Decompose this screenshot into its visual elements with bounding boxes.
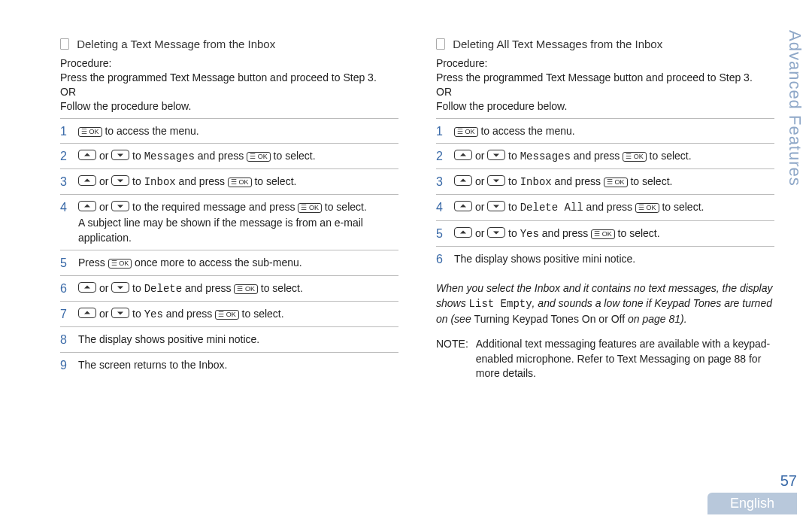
doc-icon — [60, 38, 69, 50]
up-arrow-icon — [454, 201, 472, 211]
ok-key-icon: ☰ OK — [108, 259, 132, 269]
down-arrow-icon — [111, 282, 129, 293]
left-step-1: ☰ OK to access the menu. — [60, 118, 398, 143]
right-column: Deleting All Text Messages from the Inbo… — [436, 38, 774, 381]
ok-key-icon: ☰ OK — [247, 152, 271, 162]
left-heading: Deleting a Text Message from the Inbox — [77, 38, 275, 50]
ok-key-icon: ☰ OK — [78, 127, 102, 137]
up-arrow-icon — [454, 150, 472, 160]
note-body: Additional text messaging features are a… — [476, 337, 774, 381]
ok-key-icon: ☰ OK — [635, 203, 659, 213]
up-arrow-icon — [78, 175, 96, 186]
side-tab: Advanced Features — [785, 30, 804, 187]
up-arrow-icon — [78, 308, 96, 318]
down-arrow-icon — [111, 308, 129, 318]
right-note-italic: When you select the Inbox and it contain… — [436, 281, 774, 326]
footer: 57 English — [707, 472, 797, 514]
right-note: NOTE: Additional text messaging features… — [436, 337, 774, 381]
right-heading-row: Deleting All Text Messages from the Inbo… — [436, 38, 774, 50]
left-heading-row: Deleting a Text Message from the Inbox — [60, 38, 398, 50]
ok-key-icon: ☰ OK — [623, 152, 647, 162]
ok-key-icon: ☰ OK — [228, 178, 252, 187]
right-step-2: or to Messages and press ☰ OK to select. — [436, 143, 774, 168]
left-step-3: or to Inbox and press ☰ OK to select. — [60, 168, 398, 194]
right-step-1: ☰ OK to access the menu. — [436, 118, 774, 143]
ok-key-icon: ☰ OK — [591, 229, 615, 239]
left-step-6: or to Delete and press ☰ OK to select. — [60, 275, 398, 301]
ok-key-icon: ☰ OK — [298, 203, 322, 213]
left-column: Deleting a Text Message from the Inbox P… — [60, 38, 398, 381]
note-label: NOTE: — [436, 337, 476, 381]
down-arrow-icon — [487, 175, 505, 186]
right-step-5: or to Yes and press ☰ OK to select. — [436, 220, 774, 246]
left-step-4-sub: A subject line may be shown if the messa… — [78, 215, 398, 246]
page-number: 57 — [707, 472, 797, 490]
left-step-9: The screen returns to the Inbox. — [60, 352, 398, 377]
right-step-4: or to Delete All and press ☰ OK to selec… — [436, 194, 774, 220]
right-heading: Deleting All Text Messages from the Inbo… — [453, 38, 662, 50]
down-arrow-icon — [111, 201, 129, 211]
up-arrow-icon — [78, 282, 96, 293]
language-tab: English — [707, 493, 797, 514]
down-arrow-icon — [111, 175, 129, 186]
right-step-3: or to Inbox and press ☰ OK to select. — [436, 168, 774, 194]
down-arrow-icon — [487, 227, 505, 238]
left-step-5: Press ☰ OK once more to access the sub-m… — [60, 250, 398, 275]
up-arrow-icon — [78, 201, 96, 211]
right-intro: Procedure: Press the programmed Text Mes… — [436, 56, 774, 114]
ok-key-icon: ☰ OK — [234, 284, 258, 294]
ok-key-icon: ☰ OK — [215, 310, 239, 320]
left-step-4: or to the required message and press ☰ O… — [60, 194, 398, 250]
doc-icon — [436, 38, 445, 50]
left-step-8: The display shows positive mini notice. — [60, 326, 398, 351]
down-arrow-icon — [487, 201, 505, 211]
left-step-2: or to Messages and press ☰ OK to select. — [60, 143, 398, 168]
right-step-6: The display shows positive mini notice. — [436, 246, 774, 271]
ok-key-icon: ☰ OK — [454, 127, 478, 137]
up-arrow-icon — [454, 227, 472, 238]
left-step-7: or to Yes and press ☰ OK to select. — [60, 301, 398, 326]
up-arrow-icon — [78, 150, 96, 160]
right-steps: ☰ OK to access the menu. or to Messages … — [436, 118, 774, 272]
down-arrow-icon — [111, 150, 129, 160]
left-intro: Procedure: Press the programmed Text Mes… — [60, 56, 398, 114]
up-arrow-icon — [454, 175, 472, 186]
ok-key-icon: ☰ OK — [604, 178, 628, 187]
down-arrow-icon — [487, 150, 505, 160]
left-steps: ☰ OK to access the menu. or to Messages … — [60, 118, 398, 377]
